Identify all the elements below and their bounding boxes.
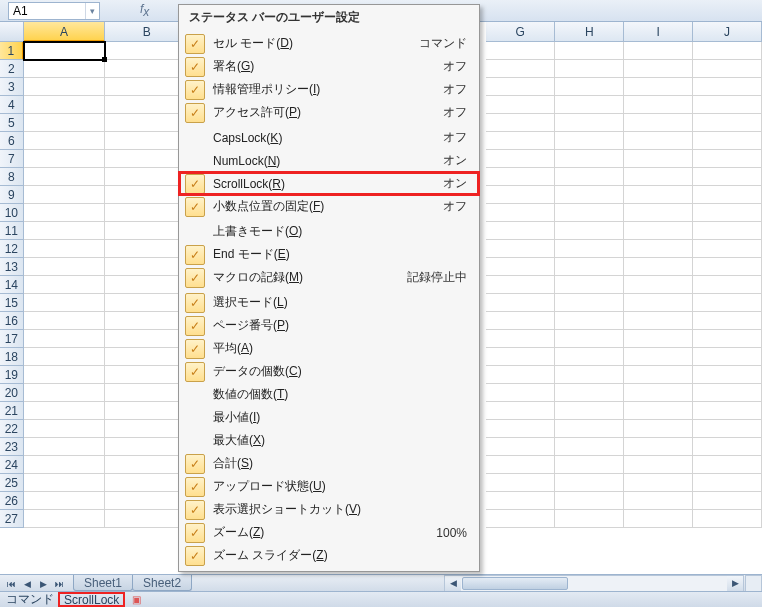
cell[interactable] (486, 438, 555, 456)
scroll-thumb[interactable] (462, 577, 568, 590)
cell[interactable] (24, 150, 106, 168)
cell[interactable] (105, 474, 189, 492)
menu-item[interactable]: ✓ズーム スライダー(Z) (179, 544, 479, 567)
cell[interactable] (624, 186, 693, 204)
cell[interactable] (24, 240, 106, 258)
cell[interactable] (105, 402, 189, 420)
cell[interactable] (105, 492, 189, 510)
column-header[interactable]: J (693, 22, 762, 42)
row-header[interactable]: 16 (0, 312, 24, 330)
row-header[interactable]: 19 (0, 366, 24, 384)
cell[interactable] (486, 348, 555, 366)
menu-item[interactable]: ✓アクセス許可(P)オフ (179, 101, 479, 124)
cell[interactable] (555, 42, 624, 60)
row-header[interactable]: 11 (0, 222, 24, 240)
column-header[interactable]: A (24, 22, 106, 42)
cell[interactable] (624, 96, 693, 114)
cell[interactable] (486, 510, 555, 528)
cell[interactable] (105, 294, 189, 312)
cell[interactable] (105, 510, 189, 528)
cell[interactable] (693, 510, 762, 528)
cell[interactable] (624, 258, 693, 276)
cell[interactable] (105, 240, 189, 258)
menu-item[interactable]: ✓平均(A) (179, 337, 479, 360)
menu-item[interactable]: ✓NumLock(N)オン (179, 149, 479, 172)
cell[interactable] (624, 204, 693, 222)
cell[interactable] (624, 456, 693, 474)
cell[interactable] (486, 114, 555, 132)
cell[interactable] (624, 384, 693, 402)
cell[interactable] (486, 60, 555, 78)
cell[interactable] (486, 420, 555, 438)
cell[interactable] (24, 294, 106, 312)
cell[interactable] (24, 42, 106, 60)
cell[interactable] (105, 114, 189, 132)
row-header[interactable]: 23 (0, 438, 24, 456)
row-header[interactable]: 20 (0, 384, 24, 402)
cell[interactable] (624, 330, 693, 348)
cell[interactable] (24, 96, 106, 114)
menu-item[interactable]: ✓数値の個数(T) (179, 383, 479, 406)
cell[interactable] (555, 330, 624, 348)
cell[interactable] (105, 330, 189, 348)
cell[interactable] (24, 114, 106, 132)
cell[interactable] (624, 42, 693, 60)
cell[interactable] (105, 348, 189, 366)
cell[interactable] (624, 348, 693, 366)
row-header[interactable]: 7 (0, 150, 24, 168)
cell[interactable] (105, 186, 189, 204)
cell[interactable] (693, 222, 762, 240)
menu-item[interactable]: ✓小数点位置の固定(F)オフ (179, 195, 479, 218)
menu-item[interactable]: ✓最大値(X) (179, 429, 479, 452)
cell[interactable] (24, 276, 106, 294)
menu-item[interactable]: ✓ズーム(Z)100% (179, 521, 479, 544)
fx-icon[interactable]: fx (140, 2, 149, 19)
cell[interactable] (486, 312, 555, 330)
cell[interactable] (555, 150, 624, 168)
menu-item[interactable]: ✓合計(S) (179, 452, 479, 475)
cell[interactable] (555, 96, 624, 114)
cell[interactable] (24, 474, 106, 492)
cell[interactable] (555, 222, 624, 240)
cell[interactable] (624, 420, 693, 438)
cell[interactable] (486, 330, 555, 348)
cell[interactable] (555, 312, 624, 330)
cell[interactable] (693, 42, 762, 60)
cell[interactable] (486, 276, 555, 294)
cell[interactable] (693, 132, 762, 150)
cell[interactable] (486, 492, 555, 510)
cell[interactable] (624, 492, 693, 510)
cell[interactable] (624, 510, 693, 528)
row-header[interactable]: 24 (0, 456, 24, 474)
cell[interactable] (555, 384, 624, 402)
cell[interactable] (555, 420, 624, 438)
cell[interactable] (105, 78, 189, 96)
cell[interactable] (105, 420, 189, 438)
cell[interactable] (486, 78, 555, 96)
cell[interactable] (693, 294, 762, 312)
cell[interactable] (555, 402, 624, 420)
cell[interactable] (693, 96, 762, 114)
scroll-left-icon[interactable]: ◀ (445, 576, 461, 591)
cell[interactable] (24, 78, 106, 96)
row-header[interactable]: 25 (0, 474, 24, 492)
row-header[interactable]: 18 (0, 348, 24, 366)
cell[interactable] (555, 204, 624, 222)
cell[interactable] (693, 258, 762, 276)
scroll-track[interactable] (461, 576, 727, 591)
cell[interactable] (693, 402, 762, 420)
cell[interactable] (24, 456, 106, 474)
cell[interactable] (624, 78, 693, 96)
menu-item[interactable]: ✓End モード(E) (179, 243, 479, 266)
cell[interactable] (624, 132, 693, 150)
menu-item[interactable]: ✓最小値(I) (179, 406, 479, 429)
row-header[interactable]: 8 (0, 168, 24, 186)
cell[interactable] (555, 474, 624, 492)
cell[interactable] (105, 96, 189, 114)
cell[interactable] (555, 258, 624, 276)
cell[interactable] (624, 240, 693, 258)
cell[interactable] (24, 168, 106, 186)
menu-item[interactable]: ✓ページ番号(P) (179, 314, 479, 337)
cell[interactable] (624, 114, 693, 132)
column-header[interactable]: H (555, 22, 624, 42)
